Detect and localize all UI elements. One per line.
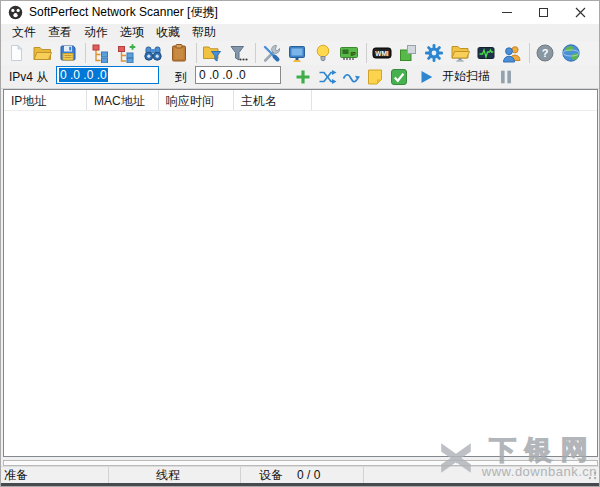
scan-tool-button-range-wave[interactable] — [340, 66, 362, 88]
close-icon — [575, 7, 586, 18]
status-panel-devices: 设备0 / 0 — [241, 467, 364, 483]
users-icon — [502, 43, 522, 63]
range-wave-icon — [341, 67, 361, 87]
toolbar-button-network-activity[interactable] — [474, 42, 498, 64]
resize-grip-icon[interactable] — [588, 471, 597, 480]
ip-from-label: IPv4 从 — [9, 69, 48, 86]
svg-text:WMI: WMI — [375, 50, 389, 57]
website-globe-icon — [561, 43, 581, 63]
toolbar-button-filter-options[interactable] — [226, 42, 250, 64]
status-bar: 准备线程设备0 / 0 — [1, 466, 599, 483]
toolbar-button-filter-folder[interactable] — [200, 42, 224, 64]
window-bottom-edge — [1, 483, 599, 486]
status-ready-label: 准备 — [4, 467, 28, 484]
toolbar-separator — [85, 43, 86, 63]
play-icon — [417, 68, 435, 86]
menu-item-options[interactable]: 选项 — [117, 23, 147, 42]
toolbar-button-shared-folder[interactable] — [448, 42, 472, 64]
scan-tool-button-add-plus[interactable] — [292, 66, 314, 88]
app-window: SoftPerfect Network Scanner [便携] 文件查看动作选… — [0, 0, 600, 487]
close-button[interactable] — [562, 1, 599, 24]
toolbar-separator — [529, 43, 530, 63]
minimize-icon — [502, 12, 512, 13]
ip-from-input[interactable]: 0 .0 .0 .0 — [56, 66, 159, 84]
toolbar-button-new-document[interactable] — [4, 42, 28, 64]
filter-folder-icon — [202, 43, 222, 63]
menu-item-bookmarks[interactable]: 收藏 — [153, 23, 183, 42]
ip-to-input[interactable] — [195, 66, 281, 84]
ip-from-value: 0 .0 .0 .0 — [59, 68, 108, 82]
toolbar-button-save[interactable] — [56, 42, 80, 64]
tools-wrench-icon — [261, 43, 281, 63]
toolbar-button-clipboard[interactable] — [167, 42, 191, 64]
filter-options-icon — [228, 43, 248, 63]
column-header-response-time[interactable]: 响应时间 — [159, 90, 234, 110]
toolbar-button-wmi-badge[interactable]: WMI — [370, 42, 394, 64]
column-header-row: IP地址MAC地址响应时间主机名 — [4, 90, 597, 111]
menu-bar: 文件查看动作选项收藏帮助 — [1, 24, 599, 41]
scan-tool-button-random-shuffle[interactable] — [316, 66, 338, 88]
toolbar-separator — [366, 43, 367, 63]
ip-to-label: 到 — [175, 69, 187, 86]
tree-view-icon — [91, 43, 111, 63]
menu-item-actions[interactable]: 动作 — [81, 23, 111, 42]
clipboard-icon — [169, 43, 189, 63]
status-panel-threads: 线程 — [109, 467, 241, 483]
column-header-filler — [312, 90, 597, 110]
toolbar-button-open-folder[interactable] — [30, 42, 54, 64]
toolbar-button-wake-bulb[interactable] — [311, 42, 335, 64]
toolbar-button-tree-view[interactable] — [89, 42, 113, 64]
open-folder-icon — [32, 43, 52, 63]
results-list[interactable]: IP地址MAC地址响应时间主机名 — [3, 89, 598, 457]
column-header-hostname[interactable]: 主机名 — [234, 90, 312, 110]
toolbar-button-tree-add[interactable] — [115, 42, 139, 64]
toolbar-button-help-circle[interactable]: ? — [533, 42, 557, 64]
status-devices-value: 0 / 0 — [297, 468, 320, 482]
column-header-ip-address[interactable]: IP地址 — [4, 90, 87, 110]
toolbar-button-applications[interactable] — [396, 42, 420, 64]
wmi-badge-icon: WMI — [372, 43, 392, 63]
pause-button[interactable] — [493, 65, 519, 88]
settings-gear-icon — [424, 43, 444, 63]
toolbar-button-users[interactable] — [500, 42, 524, 64]
scan-tools-group — [292, 65, 412, 88]
pause-icon — [497, 68, 515, 86]
save-icon — [58, 43, 78, 63]
add-plus-icon — [293, 67, 313, 87]
applications-icon — [398, 43, 418, 63]
help-circle-icon: ? — [535, 43, 555, 63]
scan-tool-button-check-list[interactable] — [388, 66, 410, 88]
menu-item-help[interactable]: 帮助 — [189, 23, 219, 42]
toolbar-button-website-globe[interactable] — [559, 42, 583, 64]
toolbar-separator — [196, 43, 197, 63]
svg-text:IP: IP — [350, 51, 356, 57]
minimize-button[interactable] — [488, 1, 525, 24]
window-title: SoftPerfect Network Scanner [便携] — [29, 4, 218, 21]
app-icon — [8, 5, 23, 20]
scan-tool-button-note[interactable] — [364, 66, 386, 88]
new-document-icon — [6, 43, 26, 63]
toolbar-button-tools-wrench[interactable] — [259, 42, 283, 64]
title-bar: SoftPerfect Network Scanner [便携] — [1, 1, 599, 24]
menu-item-view[interactable]: 查看 — [45, 23, 75, 42]
status-panel-spare — [364, 467, 599, 483]
toolbar-button-ip-network-card[interactable]: IP — [337, 42, 361, 64]
column-header-mac-address[interactable]: MAC地址 — [87, 90, 159, 110]
toolbar-button-settings-gear[interactable] — [422, 42, 446, 64]
maximize-button[interactable] — [525, 1, 562, 24]
toolbar-button-find-binoculars[interactable] — [141, 42, 165, 64]
network-activity-icon — [476, 43, 496, 63]
check-list-icon — [389, 67, 409, 87]
maximize-icon — [539, 8, 548, 17]
status-devices-label: 设备 — [259, 467, 283, 484]
scan-range-bar: IPv4 从 0 .0 .0 .0 到 开始扫描 — [1, 65, 599, 89]
start-scan-label: 开始扫描 — [442, 68, 490, 85]
toolbar-button-remote-monitor[interactable] — [285, 42, 309, 64]
start-scan-button[interactable]: 开始扫描 — [411, 65, 496, 88]
status-threads-label: 线程 — [156, 467, 180, 484]
random-shuffle-icon — [317, 67, 337, 87]
window-controls — [488, 1, 599, 24]
remote-monitor-icon — [287, 43, 307, 63]
ip-network-card-icon: IP — [339, 43, 359, 63]
menu-item-file[interactable]: 文件 — [9, 23, 39, 42]
